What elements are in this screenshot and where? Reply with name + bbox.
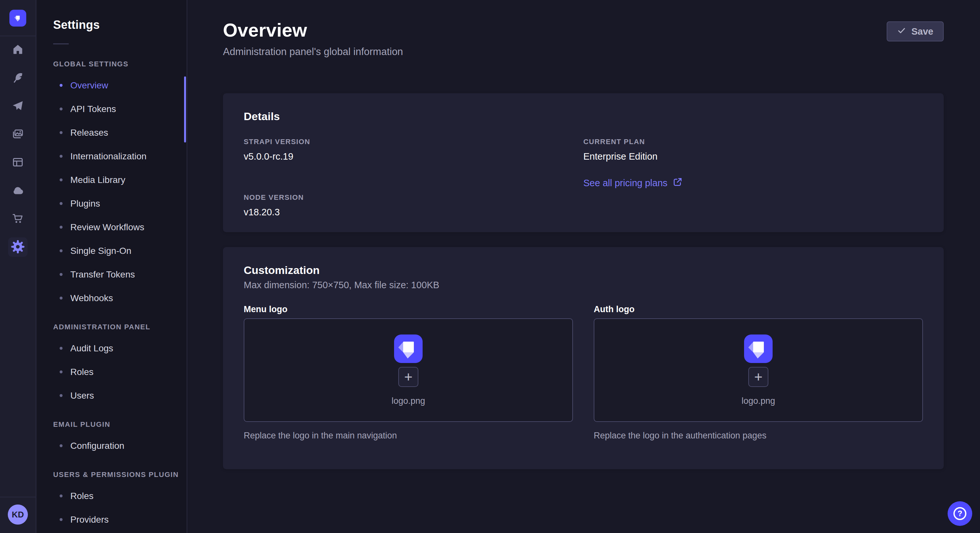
bullet-icon xyxy=(60,108,62,110)
logo-dropzone[interactable]: +logo.png xyxy=(244,318,573,422)
home-icon xyxy=(11,43,24,57)
upload-hint: Replace the logo in the authentication p… xyxy=(594,430,923,441)
sidebar-item-label: Roles xyxy=(70,491,94,501)
rail-gear-icon[interactable] xyxy=(8,237,27,257)
bullet-icon xyxy=(60,273,62,276)
rail-feather-icon[interactable] xyxy=(8,68,27,88)
settings-subnav: Settings GLOBAL SETTINGSOverviewAPI Toke… xyxy=(37,0,187,533)
detail-field: STRAPI VERSIONv5.0.0-rc.19 xyxy=(244,138,583,162)
gear-icon xyxy=(11,240,25,255)
bullet-icon xyxy=(60,226,62,228)
pricing-plans-link[interactable]: See all pricing plans xyxy=(583,177,682,189)
nav-section: EMAIL PLUGINConfiguration xyxy=(53,415,179,458)
rail-layout-icon[interactable] xyxy=(8,153,27,172)
layout-icon xyxy=(11,156,24,170)
sidebar-item-label: Transfer Tokens xyxy=(70,270,135,280)
sidebar-item-roles[interactable]: Roles xyxy=(53,484,179,508)
page-header: Overview Administration panel's global i… xyxy=(223,20,944,58)
detail-field-label: NODE VERSION xyxy=(244,194,583,202)
add-logo-button[interactable]: + xyxy=(748,367,768,387)
rail-paper-plane-icon[interactable] xyxy=(8,97,27,116)
logo-upload-field: Menu logo+logo.pngReplace the logo in th… xyxy=(244,304,573,441)
sidebar-item-audit-logs[interactable]: Audit Logs xyxy=(53,336,179,360)
nav-section-label: GLOBAL SETTINGS xyxy=(53,55,179,73)
save-button-label: Save xyxy=(911,26,933,37)
sidebar-item-label: Webhooks xyxy=(70,293,113,303)
main-nav-rail: KD xyxy=(0,0,36,533)
customization-card-subtitle: Max dimension: 750×750, Max file size: 1… xyxy=(244,280,923,290)
logo-filename: logo.png xyxy=(741,396,775,406)
sidebar-item-configuration[interactable]: Configuration xyxy=(53,434,179,458)
paper-plane-icon xyxy=(11,99,24,113)
page-subtitle: Administration panel's global informatio… xyxy=(223,46,403,58)
sidebar-item-overview[interactable]: Overview xyxy=(53,73,179,97)
upload-hint: Replace the logo in the main navigation xyxy=(244,430,573,441)
rail-cart-icon[interactable] xyxy=(8,209,27,228)
sidebar-item-users[interactable]: Users xyxy=(53,384,179,408)
sidebar-item-label: Internationalization xyxy=(70,151,146,162)
logo-upload-field: Auth logo+logo.pngReplace the logo in th… xyxy=(594,304,923,441)
nav-section-label: ADMINISTRATION PANEL xyxy=(53,318,179,336)
sidebar-item-api-tokens[interactable]: API Tokens xyxy=(53,97,179,121)
bullet-icon xyxy=(60,370,62,373)
help-button[interactable]: ? xyxy=(948,501,972,526)
sidebar-item-providers[interactable]: Providers xyxy=(53,508,179,531)
strapi-logo xyxy=(744,335,773,363)
rail-home-icon[interactable] xyxy=(8,40,27,60)
cart-icon xyxy=(11,212,24,226)
upload-field-label: Menu logo xyxy=(244,304,573,314)
save-button[interactable]: Save xyxy=(887,21,944,41)
bullet-icon xyxy=(60,249,62,252)
cloud-icon xyxy=(11,184,24,198)
bullet-icon xyxy=(60,297,62,300)
main-content: Overview Administration panel's global i… xyxy=(188,0,980,533)
bullet-icon xyxy=(60,394,62,397)
sidebar-item-label: Media Library xyxy=(70,175,126,185)
sidebar-item-label: Users xyxy=(70,390,94,401)
rail-cloud-icon[interactable] xyxy=(8,181,27,200)
sidebar-item-internationalization[interactable]: Internationalization xyxy=(53,144,179,168)
customization-card-title: Customization xyxy=(244,264,923,276)
sidebar-item-roles[interactable]: Roles xyxy=(53,360,179,384)
page-title: Overview xyxy=(223,20,403,40)
nav-section: USERS & PERMISSIONS PLUGINRolesProviders xyxy=(53,465,179,531)
details-card: Details STRAPI VERSIONv5.0.0-rc.19NODE V… xyxy=(223,93,944,232)
detail-field: CURRENT PLANEnterprise Edition xyxy=(583,138,923,162)
add-logo-button[interactable]: + xyxy=(398,367,418,387)
avatar[interactable]: KD xyxy=(8,504,28,525)
images-icon xyxy=(11,128,24,141)
sidebar-item-label: Audit Logs xyxy=(70,343,113,354)
logo-dropzone[interactable]: +logo.png xyxy=(594,318,923,422)
feather-icon xyxy=(11,71,24,85)
sidebar-item-plugins[interactable]: Plugins xyxy=(53,192,179,215)
bullet-icon xyxy=(60,155,62,158)
bullet-icon xyxy=(60,347,62,350)
pricing-plans-link-label: See all pricing plans xyxy=(583,178,668,189)
strapi-logo[interactable] xyxy=(10,10,26,27)
scrollbar-thumb[interactable] xyxy=(184,76,186,143)
sidebar-item-label: Roles xyxy=(70,367,94,377)
sidebar-item-single-sign-on[interactable]: Single Sign-On xyxy=(53,239,179,263)
sidebar-item-releases[interactable]: Releases xyxy=(53,121,179,144)
sidebar-item-media-library[interactable]: Media Library xyxy=(53,168,179,192)
rail-images-icon[interactable] xyxy=(8,125,27,144)
details-column: CURRENT PLANEnterprise EditionSee all pr… xyxy=(583,138,923,218)
sidebar-item-label: Providers xyxy=(70,514,108,525)
sidebar-item-label: Overview xyxy=(70,80,108,90)
divider xyxy=(53,43,69,44)
check-icon xyxy=(897,26,906,37)
sidebar-item-label: Review Workflows xyxy=(70,222,144,233)
detail-field-label: STRAPI VERSION xyxy=(244,138,583,146)
question-mark-icon: ? xyxy=(953,507,966,520)
detail-field-label: CURRENT PLAN xyxy=(583,138,923,146)
sidebar-item-transfer-tokens[interactable]: Transfer Tokens xyxy=(53,263,179,286)
logo-filename: logo.png xyxy=(391,396,425,406)
main-nav-icons xyxy=(0,36,36,257)
sidebar-item-review-workflows[interactable]: Review Workflows xyxy=(53,215,179,239)
nav-section: ADMINISTRATION PANELAudit LogsRolesUsers xyxy=(53,318,179,408)
bullet-icon xyxy=(60,84,62,87)
detail-field-value: v5.0.0-rc.19 xyxy=(244,151,583,162)
sidebar-item-label: API Tokens xyxy=(70,104,116,114)
detail-field-value: v18.20.3 xyxy=(244,206,583,218)
sidebar-item-webhooks[interactable]: Webhooks xyxy=(53,286,179,310)
